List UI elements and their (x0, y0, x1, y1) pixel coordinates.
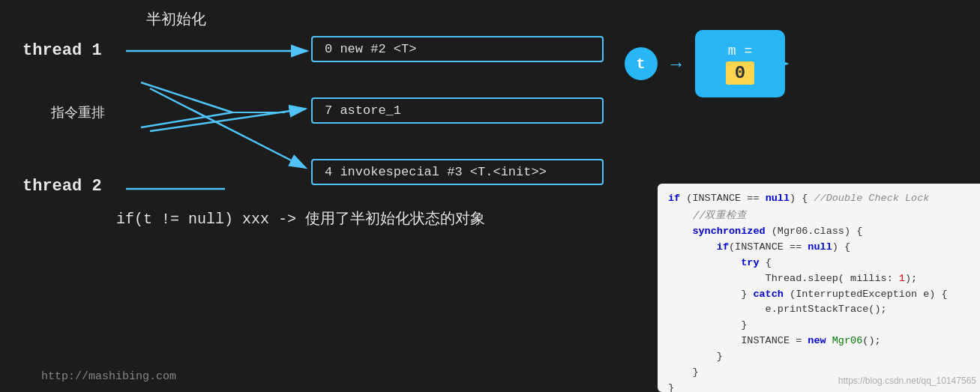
watermark2: https://blog.csdn.net/qq_10147565 (838, 376, 976, 386)
svg-line-4 (150, 88, 306, 168)
thread1-label: thread 1 (22, 41, 102, 60)
code-line-5: try { (668, 256, 970, 271)
thread2-code-text: if(t != null) xxx -> (116, 211, 296, 228)
thread2-desc-chinese: 使用了半初始化状态的对象 (305, 210, 485, 226)
code-line-9: } (668, 318, 970, 334)
code-panel: if (INSTANCE == null) { //Double Check L… (658, 184, 980, 392)
reorder-label: 指令重排 (51, 103, 105, 121)
object-box: m = 0 (695, 30, 785, 97)
code-line-11: } (668, 349, 970, 365)
svg-line-5 (150, 109, 306, 131)
object-visualization: t → m = 0 (625, 30, 785, 97)
code-line-6: Thread.sleep( millis: 1); (668, 271, 970, 287)
code-line-7: } catch (InterruptedException e) { (668, 287, 970, 303)
instruction-box-1: 0 new #2 <T> (311, 36, 604, 62)
code-line-1: if (INSTANCE == null) { //Double Check L… (668, 191, 970, 207)
semi-init-label: 半初始化 (146, 9, 206, 29)
t-arrow: → (671, 55, 682, 75)
code-line-3: synchronized (Mgr06.class) { (668, 224, 970, 240)
main-canvas: 半初始化 thread 1 thread 2 指令重排 0 new #2 <T>… (0, 0, 980, 392)
code-line-8: e.printStackTrace(); (668, 302, 970, 318)
code-line-4: if(INSTANCE == null) { (668, 240, 970, 256)
svg-line-1 (141, 82, 232, 112)
thread2-description: if(t != null) xxx -> 使用了半初始化状态的对象 (116, 208, 485, 229)
thread2-label: thread 2 (22, 177, 102, 196)
object-field-value: 0 (726, 61, 754, 85)
instruction-box-2: 7 astore_1 (311, 97, 604, 124)
code-line-10: INSTANCE = new Mgr06(); (668, 334, 970, 349)
watermark: http://mashibing.com (41, 370, 176, 383)
object-field-label: m = (728, 43, 752, 58)
t-variable-circle: t (625, 47, 658, 80)
code-line-2: //双重检查 (668, 207, 970, 224)
svg-line-2 (141, 112, 232, 127)
instruction-box-3: 4 invokespecial #3 <T.<init>> (311, 159, 604, 185)
